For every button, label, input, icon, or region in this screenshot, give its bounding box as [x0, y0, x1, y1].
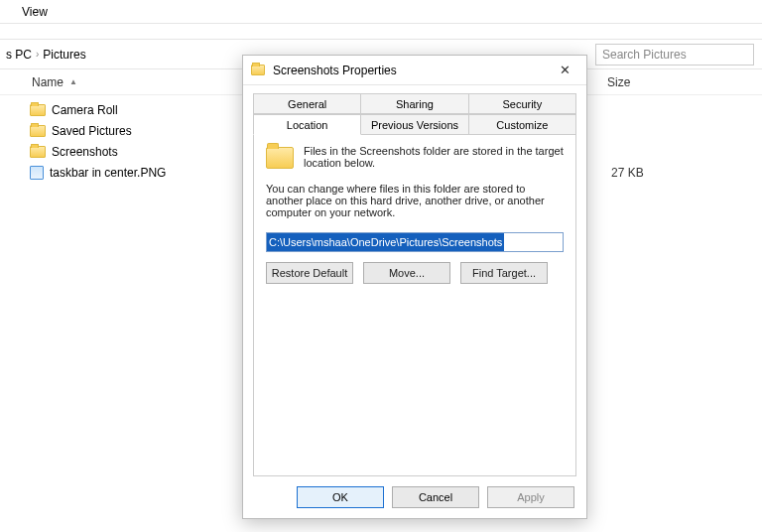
location-description-1: Files in the Screenshots folder are stor…	[304, 145, 564, 169]
folder-icon	[30, 146, 46, 158]
cancel-button[interactable]: Cancel	[392, 486, 479, 508]
size-cell: 27 KB	[603, 162, 762, 183]
tab-general[interactable]: General	[253, 93, 361, 114]
location-path-input[interactable]: C:\Users\mshaa\OneDrive\Pictures\Screens…	[266, 232, 564, 252]
image-file-icon	[30, 166, 44, 180]
dialog-titlebar[interactable]: Screenshots Properties ✕	[243, 56, 586, 85]
tab-location[interactable]: Location	[253, 114, 361, 135]
column-header-size-label: Size	[607, 75, 630, 89]
list-item-label: taskbar in center.PNG	[50, 166, 166, 180]
folder-icon	[251, 65, 265, 75]
ribbon-view-tab[interactable]: View	[0, 0, 762, 24]
breadcrumb-part[interactable]: s PC	[6, 48, 32, 62]
list-item-label: Screenshots	[52, 145, 118, 159]
tab-sharing[interactable]: Sharing	[360, 93, 468, 114]
move-button[interactable]: Move...	[363, 262, 450, 284]
tab-security[interactable]: Security	[468, 93, 576, 114]
size-cell	[603, 120, 762, 141]
chevron-right-icon: ›	[36, 49, 39, 60]
size-cell	[603, 99, 762, 120]
close-icon: ✕	[560, 63, 571, 77]
breadcrumb-part[interactable]: Pictures	[43, 48, 85, 62]
folder-icon	[30, 104, 46, 116]
column-header-size[interactable]: Size	[603, 75, 762, 89]
search-input[interactable]: Search Pictures	[595, 44, 754, 66]
sort-asc-icon: ▲	[69, 77, 77, 86]
search-placeholder: Search Pictures	[602, 48, 687, 62]
find-target-button[interactable]: Find Target...	[460, 262, 548, 284]
location-path-value: C:\Users\mshaa\OneDrive\Pictures\Screens…	[267, 233, 504, 251]
dialog-title: Screenshots Properties	[273, 64, 543, 77]
size-cell	[603, 141, 762, 162]
tab-previous-versions[interactable]: Previous Versions	[360, 114, 468, 135]
size-value: 27 KB	[607, 166, 644, 180]
ribbon-strip	[0, 24, 762, 40]
folder-icon	[266, 147, 294, 169]
list-item-label: Saved Pictures	[52, 124, 132, 138]
close-button[interactable]: ✕	[551, 61, 578, 80]
column-header-name-label: Name	[32, 75, 64, 89]
restore-default-button[interactable]: Restore Default	[266, 262, 353, 284]
tab-customize[interactable]: Customize	[468, 114, 576, 135]
ok-button[interactable]: OK	[297, 486, 384, 508]
location-description-2: You can change where files in this folde…	[266, 183, 564, 218]
properties-dialog: Screenshots Properties ✕ General Sharing…	[242, 55, 587, 519]
folder-icon	[30, 125, 46, 137]
list-item-label: Camera Roll	[52, 103, 118, 117]
apply-button[interactable]: Apply	[487, 486, 574, 508]
